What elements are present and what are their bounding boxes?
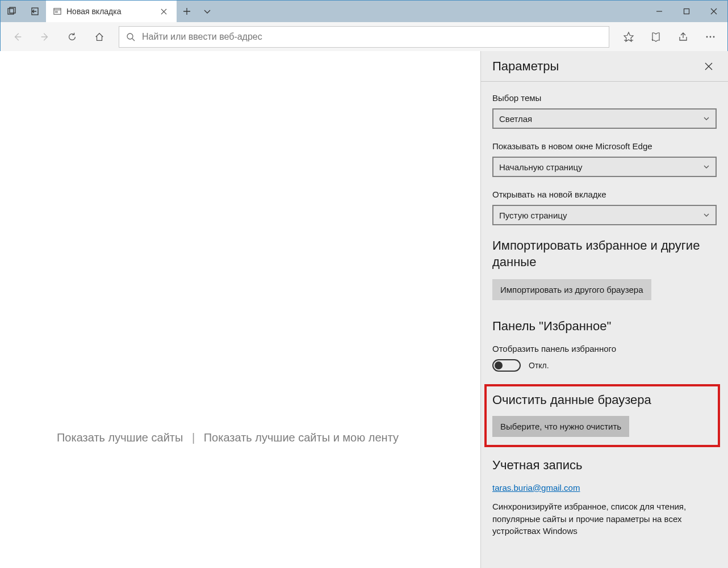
- svg-point-13: [706, 36, 708, 37]
- favorites-bar-toggle-row: Откл.: [492, 359, 717, 372]
- settings-title: Параметры: [492, 59, 698, 74]
- chevron-down-icon: [703, 212, 710, 218]
- tab-actions: [177, 1, 217, 22]
- tab-page-icon: [53, 7, 62, 16]
- svg-rect-8: [684, 9, 689, 14]
- address-bar[interactable]: [119, 26, 609, 48]
- tab-title: Новая вкладка: [66, 7, 152, 16]
- settings-close-button[interactable]: [698, 56, 719, 77]
- svg-point-15: [713, 36, 715, 37]
- close-window-button[interactable]: [700, 1, 727, 22]
- tabs-preview-icon[interactable]: [1, 1, 23, 22]
- import-heading: Импортировать избранное и другие данные: [492, 238, 717, 270]
- settings-header: Параметры: [481, 51, 728, 82]
- settings-panel: Параметры Выбор темы Светлая Показывать …: [480, 51, 728, 568]
- minimize-button[interactable]: [646, 1, 673, 22]
- open-with-value: Начальную страницу: [499, 162, 583, 172]
- account-email-link[interactable]: taras.buria@gmail.com: [492, 483, 580, 493]
- address-input[interactable]: [142, 32, 602, 42]
- open-with-label: Показывать в новом окне Microsoft Edge: [492, 141, 717, 151]
- new-tab-open-label: Открывать на новой вкладке: [492, 190, 717, 199]
- show-top-sites-link[interactable]: Показать лучшие сайты: [57, 431, 183, 444]
- window-controls: [646, 1, 727, 22]
- favorites-bar-toggle[interactable]: [492, 359, 521, 372]
- tab-overflow-button[interactable]: [197, 1, 217, 22]
- svg-point-9: [127, 33, 133, 39]
- separator: |: [192, 431, 195, 444]
- toolbar: [1, 22, 727, 52]
- favorites-bar-heading: Панель "Избранное": [492, 318, 717, 335]
- set-aside-tabs-icon[interactable]: [23, 1, 46, 22]
- more-button[interactable]: [697, 22, 724, 52]
- share-button[interactable]: [670, 22, 697, 52]
- home-button[interactable]: [86, 22, 113, 52]
- refresh-button[interactable]: [58, 22, 86, 52]
- theme-label: Выбор темы: [492, 93, 717, 103]
- choose-what-to-clear-button[interactable]: Выберите, что нужно очистить: [492, 416, 629, 437]
- back-button[interactable]: [4, 22, 31, 52]
- show-top-sites-and-feed-link[interactable]: Показать лучшие сайты и мою ленту: [204, 431, 399, 444]
- titlebar-drag-area: [217, 1, 646, 22]
- new-tab-button[interactable]: [177, 1, 197, 22]
- settings-body[interactable]: Выбор темы Светлая Показывать в новом ок…: [481, 82, 728, 568]
- favorites-bar-sublabel: Отобразить панель избранного: [492, 344, 717, 354]
- titlebar: Новая вкладка: [1, 1, 727, 22]
- chevron-down-icon: [703, 163, 710, 170]
- new-tab-options: Показать лучшие сайты | Показать лучшие …: [0, 431, 455, 444]
- svg-line-10: [132, 39, 135, 41]
- new-tab-open-select[interactable]: Пустую страницу: [492, 205, 717, 225]
- theme-value: Светлая: [499, 114, 532, 124]
- chevron-down-icon: [703, 115, 710, 122]
- theme-select[interactable]: Светлая: [492, 108, 717, 129]
- clear-data-heading: Очистить данные браузера: [492, 392, 712, 409]
- browser-tab[interactable]: Новая вкладка: [46, 1, 177, 22]
- tabs-set-aside-group: [1, 1, 46, 22]
- content-area: Показать лучшие сайты | Показать лучшие …: [0, 51, 728, 568]
- favorites-hub-button[interactable]: [615, 22, 642, 52]
- reading-list-button[interactable]: [642, 22, 670, 52]
- svg-point-14: [710, 36, 712, 37]
- toggle-knob: [495, 361, 503, 369]
- search-icon: [126, 32, 135, 41]
- maximize-button[interactable]: [673, 1, 700, 22]
- forward-button[interactable]: [31, 22, 58, 52]
- open-with-select[interactable]: Начальную страницу: [492, 157, 717, 177]
- favorites-bar-toggle-state: Откл.: [529, 361, 549, 370]
- clear-data-highlight: Очистить данные браузера Выберите, что н…: [484, 384, 720, 448]
- import-from-browser-button[interactable]: Импортировать из другого браузера: [492, 279, 651, 300]
- account-heading: Учетная запись: [492, 457, 717, 474]
- new-tab-open-value: Пустую страницу: [499, 211, 567, 220]
- account-sync-description: Синхронизируйте избранное, список для чт…: [492, 500, 717, 537]
- tab-close-button[interactable]: [156, 4, 171, 19]
